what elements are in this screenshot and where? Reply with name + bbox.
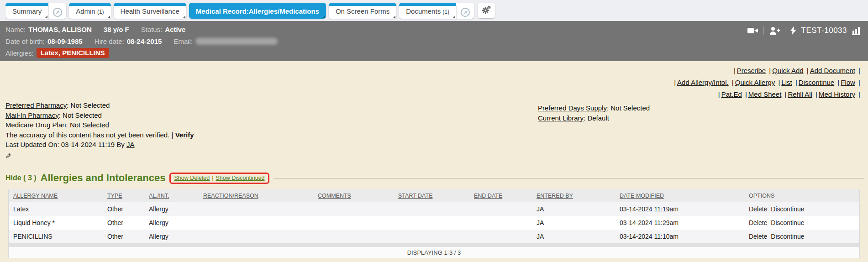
preferred-days-supply-link[interactable]: Preferred Days Supply (538, 104, 607, 112)
documents-popout-button[interactable]: ↗ (456, 6, 474, 19)
tab-admin[interactable]: Admin (1) (69, 3, 110, 19)
last-updated-by-link[interactable]: JA (126, 141, 135, 148)
preferred-pharmacy-link[interactable]: Preferred Pharmacy (5, 101, 67, 109)
section-title: Allergies and Intolerances (41, 172, 166, 184)
tab-documents[interactable]: Documents (1) (399, 3, 456, 19)
discontinue-option[interactable]: Discontinue (771, 233, 804, 240)
flow-link[interactable]: Flow (841, 79, 855, 86)
last-updated-row: Last Updated On: 03-14-2024 11:19 By JA (5, 140, 194, 150)
med-history-link[interactable]: Med History (819, 90, 855, 98)
allergy-name-cell: Liquid Honey * (9, 219, 107, 226)
add-allergy-intol-link[interactable]: Add Allergy/Intol. (677, 79, 729, 86)
preferred-pharmacy-value: Not Selected (71, 101, 110, 109)
hire-date-label: Hire date: (95, 37, 124, 45)
patient-line-2: Date of birth: 08-09-1985 Hire date: 08-… (5, 35, 862, 47)
col-allergy-name[interactable]: ALLERGY NAME (13, 193, 58, 199)
preferred-pharmacy-row: Preferred Pharmacy: Not Selected (5, 100, 194, 110)
tab-group-documents: Documents (1) ↗ (399, 3, 474, 19)
col-options: OPTIONS (749, 193, 774, 199)
hide-section-link[interactable]: Hide ( 3 ) (5, 174, 37, 182)
section-divider-line (274, 178, 864, 178)
pat-ed-link[interactable]: Pat.Ed (721, 90, 742, 98)
lightning-icon[interactable] (790, 26, 796, 35)
col-al-int[interactable]: AL./INT. (149, 193, 169, 199)
action-links-row-2: |Add Allergy/Intol. |Quick Allergy |List… (673, 77, 862, 89)
supply-library-block: Preferred Days Supply: Not Selected Curr… (538, 103, 650, 123)
allergy-name-cell: Latex (9, 205, 107, 213)
edit-pencil-icon[interactable]: ✎ (5, 151, 11, 161)
gear-icon (482, 5, 491, 16)
delete-option[interactable]: Delete (749, 219, 767, 226)
allergies-table: ALLERGY NAME TYPE AL./INT. REACTION/REAS… (8, 189, 860, 258)
table-row: PENICILLINS Other Allergy JA 03-14-2024 … (9, 230, 859, 243)
allergy-alert-badge: Latex, PENICILLINS (37, 48, 109, 58)
verify-link[interactable]: Verify (175, 131, 194, 139)
allergies-section-header: Hide ( 3 ) Allergies and Intolerances Sh… (5, 172, 864, 184)
accuracy-row: The accuracy of this content has not yet… (5, 130, 194, 140)
tab-bar: Summary ↗ Admin (1) Health Surveillance … (0, 0, 868, 21)
tab-onscreen-label: On Screen Forms (336, 7, 389, 15)
show-deleted-link[interactable]: Show Deleted (174, 175, 210, 181)
discontinue-option[interactable]: Discontinue (771, 219, 804, 226)
delete-option[interactable]: Delete (749, 205, 767, 213)
medicare-drug-plan-row: Medicare Drug Plan: Not Selected (5, 120, 194, 130)
bar-chart-icon[interactable] (852, 26, 862, 35)
popout-icon: ↗ (53, 8, 62, 17)
col-reaction-reason[interactable]: REACTION/REASON (203, 193, 258, 199)
table-row: Liquid Honey * Other Allergy JA 03-14-20… (9, 216, 859, 230)
main-content: |Prescribe |Quick Add |Add Document | |A… (0, 61, 868, 262)
discontinue-link[interactable]: Discontinue (799, 79, 834, 86)
current-library-link[interactable]: Current Library (538, 114, 584, 122)
tab-on-screen-forms[interactable]: On Screen Forms (329, 3, 396, 19)
patient-status: Active (165, 26, 185, 33)
preferred-days-supply-value: Not Selected (610, 104, 650, 112)
table-header-row: ALLERGY NAME TYPE AL./INT. REACTION/REAS… (9, 189, 859, 202)
tab-health-label: Health Surveillance (121, 7, 179, 15)
summary-popout-button[interactable]: ↗ (48, 6, 66, 19)
col-end-date[interactable]: END DATE (474, 193, 502, 199)
add-document-link[interactable]: Add Document (810, 67, 855, 74)
col-entered-by[interactable]: ENTERED BY (537, 193, 573, 199)
list-link[interactable]: List (781, 79, 792, 86)
show-discontinued-link[interactable]: Show Discontinued (216, 175, 265, 181)
prescribe-link[interactable]: Prescribe (737, 67, 766, 74)
name-label: Name: (5, 26, 26, 33)
popout-icon: ↗ (461, 8, 470, 17)
col-start-date[interactable]: START DATE (398, 193, 432, 199)
table-paging-footer: DISPLAYING 1-3 / 3 (9, 247, 859, 258)
mailin-pharmacy-link[interactable]: Mail-In Pharmacy (5, 111, 59, 119)
show-links-annotation-box: Show Deleted | Show Discontinued (169, 173, 269, 184)
settings-button[interactable] (478, 3, 495, 18)
med-sheet-link[interactable]: Med Sheet (748, 90, 782, 98)
mailin-pharmacy-row: Mail-In Pharmacy: Not Selected (5, 110, 194, 121)
col-type[interactable]: TYPE (107, 193, 122, 199)
patient-name: THOMAS, ALLISON (28, 26, 92, 33)
delete-option[interactable]: Delete (749, 233, 767, 240)
current-library-value: Default (587, 114, 609, 122)
tab-summary[interactable]: Summary (5, 3, 48, 19)
email-redacted-value (195, 38, 278, 45)
add-person-icon[interactable] (769, 26, 780, 35)
tab-admin-label: Admin (76, 7, 95, 15)
refill-all-link[interactable]: Refill All (788, 90, 812, 98)
medicare-drug-plan-link[interactable]: Medicare Drug Plan (5, 121, 66, 129)
tab-medical-record-allergies-medications[interactable]: Medical Record:Allergies/Medications (189, 3, 326, 19)
email-label: Email: (174, 37, 193, 45)
action-links: |Prescribe |Quick Add |Add Document | |A… (673, 65, 862, 100)
medicare-drug-plan-value: Not Selected (70, 121, 109, 129)
allergy-name-cell: PENICILLINS (9, 233, 107, 240)
col-date-modified[interactable]: DATE MODIFIED (620, 193, 664, 199)
quick-add-link[interactable]: Quick Add (772, 67, 803, 74)
patient-toolbar: TEST-10033 (747, 25, 862, 37)
patient-hire-date: 08-24-2015 (127, 37, 162, 45)
video-camera-icon[interactable] (747, 26, 758, 35)
tab-documents-count: (1) (442, 9, 449, 15)
quick-allergy-link[interactable]: Quick Allergy (735, 79, 775, 86)
discontinue-option[interactable]: Discontinue (771, 205, 804, 213)
patient-dob: 08-09-1985 (47, 37, 83, 45)
patient-line-3: Allergies: Latex, PENICILLINS (5, 47, 862, 59)
action-links-row-3: |Pat.Ed |Med Sheet |Refill All |Med Hist… (673, 89, 862, 100)
tab-health-surveillance[interactable]: Health Surveillance (114, 3, 186, 19)
col-comments[interactable]: COMMENTS (318, 193, 351, 199)
patient-age-sex: 38 y/o F (104, 26, 129, 33)
